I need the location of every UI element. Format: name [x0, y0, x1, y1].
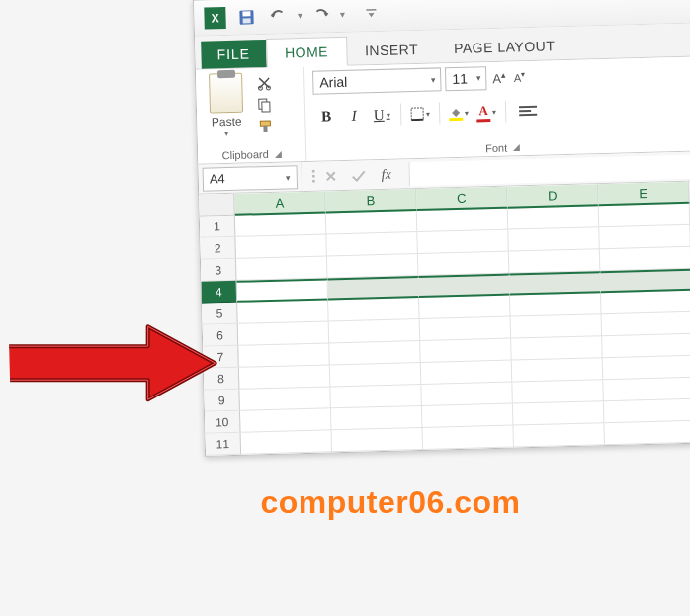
cell[interactable] — [510, 293, 602, 316]
format-painter-icon[interactable] — [254, 118, 276, 136]
row-header[interactable]: 6 — [203, 324, 239, 347]
cell[interactable] — [422, 404, 514, 428]
row-header[interactable]: 9 — [204, 390, 240, 412]
tab-page-layout[interactable]: PAGE LAYOUT — [436, 32, 573, 63]
column-header-b[interactable]: B — [325, 189, 417, 213]
shrink-font-icon[interactable]: A▾ — [512, 70, 528, 84]
cell[interactable] — [600, 247, 690, 271]
cell[interactable] — [513, 423, 605, 447]
grow-font-icon[interactable]: A▴ — [490, 69, 508, 86]
redo-icon[interactable] — [307, 2, 334, 29]
row-header[interactable]: 8 — [204, 368, 240, 391]
file-tab[interactable]: FILE — [201, 40, 266, 69]
row-header[interactable]: 1 — [200, 216, 236, 238]
italic-button[interactable]: I — [341, 103, 368, 128]
cell[interactable] — [421, 383, 513, 406]
paste-button[interactable]: Paste ▾ — [204, 72, 249, 138]
column-header-e[interactable]: E — [598, 182, 690, 206]
cell[interactable] — [512, 380, 604, 403]
row-header[interactable]: 3 — [201, 259, 237, 282]
cell[interactable] — [420, 317, 512, 341]
cancel-formula-icon[interactable] — [317, 164, 344, 187]
cell[interactable] — [513, 401, 605, 425]
cell[interactable] — [603, 378, 690, 401]
row-header[interactable]: 11 — [206, 433, 242, 456]
save-icon[interactable] — [233, 4, 260, 31]
cell[interactable] — [511, 336, 603, 360]
column-header-c[interactable]: C — [416, 187, 508, 211]
cell[interactable] — [236, 256, 328, 280]
cell[interactable] — [327, 254, 419, 278]
cell[interactable] — [419, 296, 511, 319]
enter-formula-icon[interactable] — [345, 164, 372, 187]
row-header[interactable]: 5 — [202, 303, 238, 325]
cell[interactable] — [329, 319, 421, 343]
row-header[interactable]: 2 — [200, 237, 236, 260]
cell[interactable] — [604, 421, 690, 445]
column-header-d[interactable]: D — [507, 184, 599, 208]
redo-dropdown-icon[interactable]: ▾ — [339, 9, 344, 20]
cut-icon[interactable] — [253, 74, 275, 93]
insert-function-button[interactable]: fx — [373, 163, 399, 186]
customize-qat-icon[interactable] — [358, 0, 385, 27]
cell[interactable] — [329, 341, 421, 365]
font-launcher-icon[interactable]: ◢ — [513, 142, 520, 152]
cell[interactable] — [418, 252, 510, 276]
font-color-button[interactable]: A ▾ — [474, 100, 500, 125]
select-all-corner[interactable] — [199, 194, 235, 217]
clipboard-launcher-icon[interactable]: ◢ — [275, 149, 282, 159]
cell[interactable] — [601, 291, 690, 314]
cell[interactable] — [603, 356, 690, 380]
formula-input[interactable] — [408, 154, 690, 186]
cell[interactable] — [417, 230, 509, 254]
cell[interactable] — [599, 225, 690, 249]
cell[interactable] — [602, 334, 690, 358]
cell[interactable] — [511, 314, 603, 338]
cell[interactable] — [509, 249, 601, 273]
cell[interactable] — [326, 211, 418, 234]
row-header-selected[interactable]: 4 — [202, 281, 238, 304]
cell-active[interactable] — [237, 278, 329, 302]
cell[interactable] — [330, 363, 422, 387]
cell[interactable] — [604, 399, 690, 423]
cell[interactable] — [422, 426, 514, 450]
column-header-a[interactable]: A — [234, 191, 326, 215]
cell[interactable] — [417, 209, 509, 232]
row-header[interactable]: 10 — [205, 411, 241, 434]
cell[interactable] — [237, 300, 329, 323]
cell[interactable] — [239, 387, 331, 410]
cell[interactable] — [508, 227, 600, 251]
bold-button[interactable]: B — [313, 104, 340, 129]
cell[interactable] — [327, 276, 419, 300]
cell[interactable] — [420, 339, 512, 363]
cell[interactable] — [418, 274, 510, 298]
cell[interactable] — [600, 269, 690, 293]
cell[interactable] — [235, 234, 327, 258]
cell[interactable] — [326, 232, 418, 256]
cell[interactable] — [421, 361, 513, 385]
font-size-combo[interactable]: 11 ▾ — [445, 66, 487, 91]
paste-dropdown-icon[interactable]: ▾ — [205, 128, 248, 138]
cell[interactable] — [238, 343, 330, 367]
cell[interactable] — [241, 430, 333, 454]
cell[interactable] — [599, 204, 690, 227]
fill-color-button[interactable]: ▾ — [446, 101, 473, 126]
borders-button[interactable]: ▾ — [407, 102, 434, 127]
cell[interactable] — [238, 321, 330, 345]
cell[interactable] — [512, 358, 604, 382]
cell[interactable] — [331, 406, 423, 430]
align-left-button[interactable] — [512, 99, 539, 124]
cell[interactable] — [240, 408, 332, 432]
undo-dropdown-icon[interactable]: ▾ — [297, 10, 302, 21]
copy-icon[interactable] — [254, 96, 276, 115]
cell[interactable] — [239, 365, 331, 389]
row-header[interactable]: 7 — [203, 346, 239, 369]
font-name-combo[interactable]: Arial ▾ — [312, 67, 442, 94]
cell[interactable] — [330, 385, 422, 408]
cell[interactable] — [235, 213, 327, 236]
tab-insert[interactable]: INSERT — [347, 35, 437, 64]
undo-icon[interactable] — [265, 3, 292, 30]
cell[interactable] — [508, 206, 600, 229]
name-box[interactable]: A4 ▾ — [202, 165, 298, 192]
cell[interactable] — [328, 298, 420, 321]
